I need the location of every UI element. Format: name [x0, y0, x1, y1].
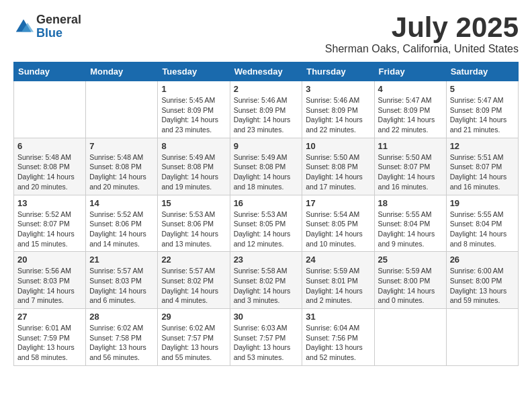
sunset-text: Sunset: 8:08 PM — [17, 163, 70, 171]
calendar-cell: 23Sunrise: 5:58 AMSunset: 8:02 PMDayligh… — [230, 252, 302, 309]
day-number: 22 — [161, 255, 226, 265]
sunrise-text: Sunrise: 5:47 AM — [378, 96, 432, 104]
sunset-text: Sunset: 8:07 PM — [378, 163, 431, 171]
day-info: Sunrise: 5:55 AMSunset: 8:04 PMDaylight:… — [378, 210, 443, 249]
day-number: 3 — [306, 84, 370, 94]
calendar-cell: 31Sunrise: 6:04 AMSunset: 7:56 PMDayligh… — [302, 309, 374, 366]
day-number: 4 — [378, 84, 443, 94]
day-number: 25 — [378, 255, 443, 265]
calendar-cell: 20Sunrise: 5:56 AMSunset: 8:03 PMDayligh… — [14, 252, 86, 309]
day-number: 7 — [89, 141, 154, 151]
sunset-text: Sunset: 7:56 PM — [306, 334, 358, 342]
title-block: July 2025 Sherman Oaks, California, Unit… — [325, 13, 519, 55]
day-number: 17 — [306, 198, 370, 208]
calendar-cell: 30Sunrise: 6:03 AMSunset: 7:57 PMDayligh… — [230, 309, 302, 366]
day-info: Sunrise: 5:49 AMSunset: 8:08 PMDaylight:… — [161, 152, 226, 192]
daylight-text: Daylight: 14 hours and 22 minutes. — [378, 116, 435, 134]
day-info: Sunrise: 6:02 AMSunset: 7:57 PMDaylight:… — [161, 323, 226, 363]
sunset-text: Sunset: 8:00 PM — [450, 277, 502, 285]
calendar-week-row: 13Sunrise: 5:52 AMSunset: 8:07 PMDayligh… — [14, 195, 519, 252]
sunrise-text: Sunrise: 5:49 AM — [161, 153, 215, 161]
day-number: 31 — [306, 312, 370, 322]
calendar-day-header: Saturday — [446, 62, 518, 81]
day-info: Sunrise: 5:57 AMSunset: 8:03 PMDaylight:… — [89, 266, 154, 306]
daylight-text: Daylight: 14 hours and 15 minutes. — [17, 230, 75, 248]
daylight-text: Daylight: 14 hours and 0 minutes. — [378, 287, 435, 305]
calendar-day-header: Monday — [86, 62, 158, 81]
daylight-text: Daylight: 14 hours and 23 minutes. — [161, 116, 218, 134]
sunset-text: Sunset: 8:09 PM — [450, 106, 502, 114]
daylight-text: Daylight: 14 hours and 16 minutes. — [378, 173, 435, 191]
sunrise-text: Sunrise: 5:48 AM — [89, 153, 143, 161]
sunset-text: Sunset: 8:02 PM — [234, 277, 286, 285]
calendar-cell: 26Sunrise: 6:00 AMSunset: 8:00 PMDayligh… — [446, 252, 518, 309]
sunset-text: Sunset: 8:01 PM — [306, 277, 358, 285]
calendar-cell: 2Sunrise: 5:46 AMSunset: 8:09 PMDaylight… — [230, 81, 302, 138]
sunset-text: Sunset: 8:04 PM — [378, 220, 431, 228]
daylight-text: Daylight: 14 hours and 8 minutes. — [450, 230, 507, 248]
day-info: Sunrise: 5:58 AMSunset: 8:02 PMDaylight:… — [234, 266, 299, 306]
day-number: 13 — [17, 198, 82, 208]
sunrise-text: Sunrise: 5:46 AM — [234, 96, 287, 104]
calendar-cell: 19Sunrise: 5:55 AMSunset: 8:04 PMDayligh… — [446, 195, 518, 252]
logo-blue: Blue — [36, 27, 81, 40]
day-info: Sunrise: 5:46 AMSunset: 8:09 PMDaylight:… — [234, 95, 299, 135]
sunset-text: Sunset: 7:57 PM — [161, 334, 214, 342]
daylight-text: Daylight: 14 hours and 18 minutes. — [234, 173, 291, 191]
sunrise-text: Sunrise: 5:47 AM — [450, 96, 504, 104]
daylight-text: Daylight: 14 hours and 19 minutes. — [161, 173, 218, 191]
day-info: Sunrise: 5:52 AMSunset: 8:06 PMDaylight:… — [89, 210, 154, 249]
calendar-table: SundayMondayTuesdayWednesdayThursdayFrid… — [13, 62, 519, 366]
calendar-week-row: 1Sunrise: 5:45 AMSunset: 8:09 PMDaylight… — [14, 81, 519, 138]
daylight-text: Daylight: 14 hours and 2 minutes. — [306, 287, 363, 305]
calendar-cell: 3Sunrise: 5:46 AMSunset: 8:09 PMDaylight… — [302, 81, 374, 138]
sunset-text: Sunset: 8:06 PM — [89, 220, 142, 228]
day-info: Sunrise: 5:57 AMSunset: 8:02 PMDaylight:… — [161, 266, 226, 306]
calendar-cell: 24Sunrise: 5:59 AMSunset: 8:01 PMDayligh… — [302, 252, 374, 309]
calendar-cell: 5Sunrise: 5:47 AMSunset: 8:09 PMDaylight… — [446, 81, 518, 138]
calendar-cell: 9Sunrise: 5:49 AMSunset: 8:08 PMDaylight… — [230, 138, 302, 195]
sunrise-text: Sunrise: 5:53 AM — [161, 210, 215, 218]
logo-icon — [13, 17, 34, 37]
sunrise-text: Sunrise: 5:59 AM — [306, 267, 359, 275]
sunset-text: Sunset: 8:02 PM — [161, 277, 214, 285]
calendar-cell: 13Sunrise: 5:52 AMSunset: 8:07 PMDayligh… — [14, 195, 86, 252]
logo: General Blue — [13, 13, 81, 40]
day-info: Sunrise: 5:56 AMSunset: 8:03 PMDaylight:… — [17, 266, 82, 306]
sunrise-text: Sunrise: 5:49 AM — [234, 153, 287, 161]
day-info: Sunrise: 6:02 AMSunset: 7:58 PMDaylight:… — [89, 323, 154, 363]
sunrise-text: Sunrise: 5:45 AM — [161, 96, 215, 104]
day-number: 28 — [89, 312, 154, 322]
day-info: Sunrise: 6:00 AMSunset: 8:00 PMDaylight:… — [450, 266, 515, 306]
sunrise-text: Sunrise: 5:52 AM — [17, 210, 71, 218]
sunset-text: Sunset: 8:08 PM — [161, 163, 214, 171]
sunset-text: Sunset: 8:06 PM — [161, 220, 214, 228]
sunset-text: Sunset: 8:05 PM — [306, 220, 358, 228]
day-info: Sunrise: 5:50 AMSunset: 8:07 PMDaylight:… — [378, 152, 443, 192]
daylight-text: Daylight: 13 hours and 55 minutes. — [161, 343, 218, 361]
logo-general: General — [36, 13, 81, 27]
day-number: 15 — [161, 198, 226, 208]
day-number: 21 — [89, 255, 154, 265]
sunset-text: Sunset: 8:04 PM — [450, 220, 502, 228]
calendar-cell: 22Sunrise: 5:57 AMSunset: 8:02 PMDayligh… — [158, 252, 230, 309]
sunset-text: Sunset: 8:03 PM — [17, 277, 70, 285]
daylight-text: Daylight: 13 hours and 53 minutes. — [234, 343, 291, 361]
calendar-cell — [14, 81, 86, 138]
calendar-cell: 27Sunrise: 6:01 AMSunset: 7:59 PMDayligh… — [14, 309, 86, 366]
calendar-day-header: Tuesday — [158, 62, 230, 81]
day-number: 2 — [234, 84, 299, 94]
day-info: Sunrise: 6:01 AMSunset: 7:59 PMDaylight:… — [17, 323, 82, 363]
calendar-cell: 18Sunrise: 5:55 AMSunset: 8:04 PMDayligh… — [374, 195, 446, 252]
calendar-cell: 8Sunrise: 5:49 AMSunset: 8:08 PMDaylight… — [158, 138, 230, 195]
sunset-text: Sunset: 8:07 PM — [17, 220, 70, 228]
calendar-cell: 12Sunrise: 5:51 AMSunset: 8:07 PMDayligh… — [446, 138, 518, 195]
sunrise-text: Sunrise: 5:57 AM — [89, 267, 143, 275]
calendar-cell: 25Sunrise: 5:59 AMSunset: 8:00 PMDayligh… — [374, 252, 446, 309]
daylight-text: Daylight: 14 hours and 17 minutes. — [306, 173, 363, 191]
day-info: Sunrise: 5:55 AMSunset: 8:04 PMDaylight:… — [450, 210, 515, 249]
day-info: Sunrise: 5:59 AMSunset: 8:00 PMDaylight:… — [378, 266, 443, 306]
sunset-text: Sunset: 8:09 PM — [161, 106, 214, 114]
day-number: 14 — [89, 198, 154, 208]
sunrise-text: Sunrise: 5:54 AM — [306, 210, 359, 218]
